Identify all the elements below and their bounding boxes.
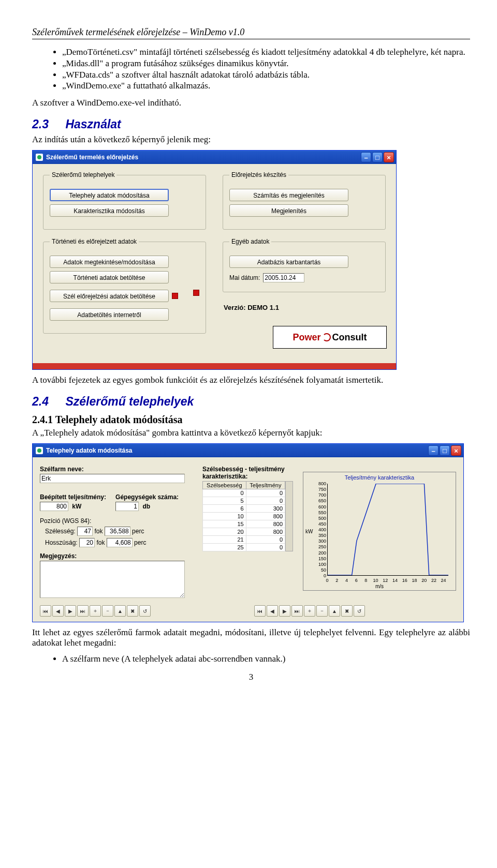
nav-delete-button[interactable]: － xyxy=(316,605,328,617)
y-axis-unit: kW xyxy=(305,529,313,534)
nav-group-1: ⏮ ◀ ▶ ⏭ ＋ － ▲ ✖ ↺ xyxy=(40,605,151,617)
nav-first-button[interactable]: ⏮ xyxy=(40,605,51,617)
pozicio-label: Pozíció (WGS 84): xyxy=(40,517,195,525)
telephely-window: Telephely adatok módosítása – □ × Szélfa… xyxy=(32,443,464,622)
szel-elorejelzes-betoltes-button[interactable]: Szél előrejelzési adatok betöltése xyxy=(50,290,169,302)
nav-next-button[interactable]: ▶ xyxy=(279,605,290,617)
date-label: Mai dátum: xyxy=(229,274,260,281)
close-button[interactable]: × xyxy=(384,152,394,162)
gepegysegek-input[interactable] xyxy=(115,502,139,511)
torteneti-betoltes-button[interactable]: Történeti adatok betöltése xyxy=(50,271,169,283)
window-title: Szélerőmű termelés előrejelzés xyxy=(46,154,138,161)
app-icon xyxy=(36,447,43,454)
szamitas-megjelenites-button[interactable]: Számítás és megjelenítés xyxy=(229,189,348,201)
nav-group-2: ⏮ ◀ ▶ ⏭ ＋ － ▲ ✖ ↺ xyxy=(254,605,365,617)
nav-next-button[interactable]: ▶ xyxy=(65,605,76,617)
group-telephelyek: Szélerőmű telephelyek Telephely adatok m… xyxy=(43,171,206,230)
table-row: 10800 xyxy=(203,513,285,520)
status-dot-icon xyxy=(172,293,178,299)
table-row: 15800 xyxy=(203,520,285,528)
app-icon xyxy=(36,154,43,161)
nav-last-button[interactable]: ⏭ xyxy=(291,605,303,617)
section-title: Szélerőmű telephelyek xyxy=(65,395,194,408)
group-legend: Előrejelzés készítés xyxy=(229,171,288,178)
page-number: 3 xyxy=(32,672,470,682)
szelesseg-fok-input[interactable] xyxy=(77,527,93,536)
swirl-icon xyxy=(323,333,331,341)
section-number: 2.4 xyxy=(32,395,62,409)
group-legend: Történeti és előrejelzett adatok xyxy=(50,238,139,245)
table-row: 210 xyxy=(203,536,285,544)
perc-unit: perc xyxy=(132,528,144,535)
chart-title: Teljesítmény karakterisztika xyxy=(303,474,456,481)
internet-betoltes-button[interactable]: Adatbetöltés internetről xyxy=(50,308,169,321)
table-row: 6300 xyxy=(203,505,285,513)
x-axis-unit: m/s xyxy=(375,583,384,589)
svg-point-1 xyxy=(37,448,41,453)
col-szelsebesseg: Szélsebesség xyxy=(203,482,246,489)
nav-delete-button[interactable]: － xyxy=(102,605,113,617)
maximize-button[interactable]: □ xyxy=(372,152,383,162)
karakterisztika-button[interactable]: Karakterisztika módosítás xyxy=(50,204,169,217)
nav-prev-button[interactable]: ◀ xyxy=(267,605,278,617)
nav-prev-button[interactable]: ◀ xyxy=(52,605,64,617)
nav-edit-button[interactable]: ▲ xyxy=(329,605,340,617)
beepitett-label: Beépített teljesítmény: xyxy=(40,493,106,501)
titlebar: Szélerőmű termelés előrejelzés – □ × xyxy=(33,151,396,164)
adatok-megtekintese-button[interactable]: Adatok megtekintése/módosítása xyxy=(50,256,169,268)
col-teljesitmeny: Teljesítmény xyxy=(246,482,285,489)
paragraph: A további fejezetek az egyes gombok funk… xyxy=(32,375,470,385)
section-heading-2-3: 2.3 Használat xyxy=(32,117,470,131)
nav-insert-button[interactable]: ＋ xyxy=(90,605,101,617)
nav-first-button[interactable]: ⏮ xyxy=(254,605,266,617)
hosszusag-perc-input[interactable] xyxy=(107,538,133,547)
megjegyzes-input[interactable] xyxy=(40,561,185,598)
titlebar: Telephely adatok módosítása – □ × xyxy=(33,444,463,457)
megjegyzes-label: Megjegyzés: xyxy=(40,552,195,560)
perc-unit: perc xyxy=(134,539,146,546)
maximize-button[interactable]: □ xyxy=(440,445,450,456)
date-field[interactable] xyxy=(263,273,304,282)
szelfarm-input[interactable] xyxy=(40,474,185,483)
nav-edit-button[interactable]: ▲ xyxy=(114,605,126,617)
minimize-button[interactable]: – xyxy=(428,445,438,456)
hosszusag-label: Hosszúság: xyxy=(45,539,78,546)
section-heading-2-4: 2.4 Szélerőmű telephelyek xyxy=(32,395,470,409)
nav-refresh-button[interactable]: ↺ xyxy=(139,605,151,617)
db-navigator: ⏮ ◀ ▶ ⏭ ＋ － ▲ ✖ ↺ ⏮ ◀ ▶ ⏭ ＋ － ▲ xyxy=(33,602,463,622)
group-legend: Egyéb adatok xyxy=(229,238,271,245)
close-button[interactable]: × xyxy=(451,445,461,456)
paragraph: Az indítás után a következő képernyő jel… xyxy=(32,134,470,145)
paragraph: A szoftver a WindDemo.exe-vel indítható. xyxy=(32,98,470,108)
footer-band xyxy=(33,363,396,369)
db-unit: db xyxy=(142,503,150,510)
adatbazis-karbantartas-button[interactable]: Adatbázis karbantartás xyxy=(229,256,348,268)
section-number: 2.3 xyxy=(32,117,62,131)
hosszusag-fok-input[interactable] xyxy=(79,538,95,547)
bullet-item: A szélfarm neve (A telephelyek adatai ab… xyxy=(62,653,470,665)
nav-cancel-button[interactable]: ✖ xyxy=(341,605,353,617)
group-legend: Szélerőmű telephelyek xyxy=(50,171,116,178)
nav-cancel-button[interactable]: ✖ xyxy=(127,605,138,617)
karakterisztika-table[interactable]: SzélsebességTeljesítmény 00 50 6300 1080… xyxy=(202,481,285,551)
megjelenites-button[interactable]: Megjelenítés xyxy=(229,204,348,217)
karakterisztika-chart: Teljesítmény karakterisztika kW m/s 0501… xyxy=(303,472,456,591)
minimize-button[interactable]: – xyxy=(361,152,371,162)
bullet-item: „WFData.cds" a szoftver által használt a… xyxy=(62,69,470,81)
kw-unit: kW xyxy=(72,503,81,510)
beepitett-input[interactable] xyxy=(40,502,68,511)
telephely-adatok-button[interactable]: Telephely adatok módosítása xyxy=(50,189,169,201)
table-row: 250 xyxy=(203,544,285,551)
table-row: 00 xyxy=(203,489,285,497)
nav-refresh-button[interactable]: ↺ xyxy=(354,605,365,617)
table-row: 20800 xyxy=(203,528,285,536)
group-elorejelzes: Előrejelzés készítés Számítás és megjele… xyxy=(223,171,386,230)
nav-insert-button[interactable]: ＋ xyxy=(304,605,315,617)
nav-last-button[interactable]: ⏭ xyxy=(77,605,89,617)
window-title: Telephely adatok módosítása xyxy=(46,447,133,454)
table-scrollbar[interactable] xyxy=(285,481,293,551)
version-label: Verzió: DEMO 1.1 xyxy=(224,304,387,311)
group-egyeb: Egyéb adatok Adatbázis karbantartás Mai … xyxy=(223,238,386,292)
main-window: Szélerőmű termelés előrejelzés – □ × Szé… xyxy=(32,150,397,370)
szelesseg-perc-input[interactable] xyxy=(105,527,130,536)
